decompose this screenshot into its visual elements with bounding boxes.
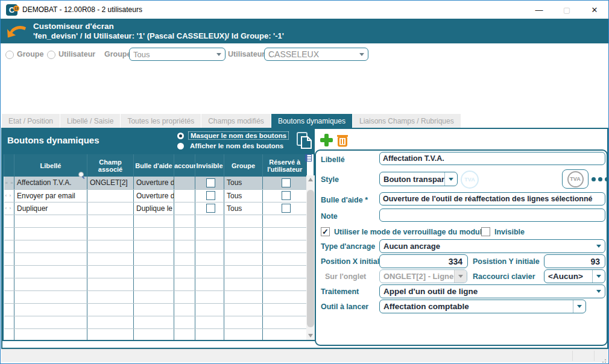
afficher-radio[interactable]	[177, 143, 184, 149]
search-icon[interactable]	[78, 172, 86, 179]
col-libelle[interactable]: Libellé	[14, 154, 87, 177]
copy-icon[interactable]	[296, 131, 313, 151]
cell-champ[interactable]	[87, 189, 134, 202]
table-row-empty[interactable]	[4, 328, 307, 341]
scrollbar-thumb[interactable]	[307, 190, 314, 327]
invisible-checkbox[interactable]	[206, 204, 215, 213]
add-button[interactable]	[320, 134, 333, 146]
cell-invisible[interactable]	[195, 189, 224, 202]
cell-invisible[interactable]	[195, 177, 224, 189]
scroll-down-icon[interactable]	[308, 334, 313, 337]
cell-libelle[interactable]: Dupliquer	[14, 202, 87, 215]
invisible-checkbox[interactable]	[481, 227, 490, 236]
position-x-input[interactable]: 334	[379, 254, 468, 268]
libelle-input[interactable]: Affectation T.V.A.	[379, 152, 605, 165]
table-row-empty[interactable]	[4, 215, 307, 227]
invisible-checkbox[interactable]	[206, 178, 215, 187]
cell-raccourci[interactable]	[174, 202, 195, 215]
style-combo[interactable]: Bouton transpare	[379, 172, 458, 186]
cell-raccourci[interactable]	[174, 189, 195, 202]
back-arrow-icon[interactable]	[7, 23, 27, 40]
position-y-input[interactable]: 93	[544, 254, 605, 268]
resize-grip[interactable]	[605, 359, 606, 360]
masquer-radio[interactable]	[177, 133, 184, 139]
utilisateur-combo[interactable]: CASSELEUX	[264, 48, 368, 61]
col-raccourci[interactable]: accour	[174, 154, 195, 177]
tab-liaisons-champs-rubriques[interactable]: Liaisons Champs / Rubriques	[353, 114, 461, 128]
cell-bulle[interactable]: Ouverture de	[134, 189, 174, 202]
tab-libelle-saisie[interactable]: Libellé / Saisie	[60, 114, 121, 128]
cell-bulle[interactable]: Duplique le d	[134, 202, 174, 215]
tab-boutons-dynamiques[interactable]: Boutons dynamiques	[271, 114, 353, 128]
cell-libelle[interactable]: Affectation T.V.A.	[14, 177, 87, 189]
cell-champ[interactable]	[87, 202, 134, 215]
outil-combo[interactable]: Affectation comptable	[379, 300, 586, 313]
bulle-aide-label: Bulle d'aide *	[321, 196, 368, 204]
afficher-radio-label[interactable]: Afficher le nom des boutons	[190, 142, 283, 149]
cell-groupe[interactable]: Tous	[224, 177, 263, 189]
chevron-down-icon[interactable]	[573, 300, 585, 313]
more-options-button[interactable]	[592, 177, 609, 181]
table-row[interactable]: ‹ › Envoyer par email Ouverture de Tous	[4, 189, 307, 202]
col-champ-associe[interactable]: Champ associé	[87, 154, 134, 177]
chevron-down-icon[interactable]	[593, 285, 605, 298]
cell-raccourci[interactable]	[174, 177, 195, 189]
cell-groupe[interactable]: Tous	[224, 189, 263, 202]
traitement-combo[interactable]: Appel d'un outil de ligne	[379, 284, 605, 298]
chevron-down-icon[interactable]	[444, 172, 457, 186]
utilisateur-radio[interactable]	[47, 51, 55, 59]
cell-reserve[interactable]	[263, 189, 307, 202]
col-invisible[interactable]: Invisible	[195, 154, 224, 177]
table-row-empty[interactable]	[4, 290, 307, 303]
row-handle[interactable]: ‹ ›	[4, 189, 14, 202]
cell-reserve[interactable]	[263, 202, 307, 215]
col-groupe[interactable]: Groupe	[224, 154, 263, 177]
minimize-button[interactable]: —	[525, 1, 553, 19]
tab-toutes-proprietes[interactable]: Toutes les propriétés	[121, 114, 201, 128]
col-reserve[interactable]: Réservé à l'utilisateur	[263, 154, 307, 177]
cell-champ[interactable]: ONGLET[2]	[87, 177, 134, 189]
scroll-up-icon[interactable]	[308, 178, 313, 181]
table-row[interactable]: ‹ › Dupliquer Duplique le d Tous	[4, 202, 307, 215]
bulle-aide-input[interactable]: Ouverture de l'outil de réaffectation de…	[379, 192, 605, 206]
col-bulle-aide[interactable]: Bulle d'aide	[134, 154, 174, 177]
raccourci-combo[interactable]: <Aucun>	[544, 269, 605, 283]
chevron-down-icon[interactable]	[592, 270, 605, 283]
reserve-checkbox[interactable]	[282, 178, 291, 187]
reserve-checkbox[interactable]	[282, 191, 291, 200]
close-button[interactable]: ✕	[581, 1, 608, 19]
cell-reserve[interactable]	[263, 177, 307, 189]
tab-champs-modifies[interactable]: Champs modifiés	[201, 114, 271, 128]
table-row-empty[interactable]	[4, 240, 307, 253]
row-handle[interactable]: « »	[4, 177, 14, 189]
groupe-radio[interactable]	[5, 51, 14, 59]
invisible-checkbox[interactable]	[206, 191, 215, 200]
table-row-empty[interactable]	[4, 253, 307, 265]
chevron-down-icon[interactable]	[593, 240, 605, 253]
ancrage-combo[interactable]: Aucun ancrage	[379, 239, 605, 253]
table-row-empty[interactable]	[4, 265, 307, 278]
note-input[interactable]	[379, 209, 605, 222]
reserve-checkbox[interactable]	[282, 204, 291, 213]
table-row-empty[interactable]	[4, 316, 307, 328]
verrouillage-checkbox[interactable]: ✓	[321, 227, 330, 236]
row-handle[interactable]: ‹ ›	[4, 202, 14, 215]
table-scrollbar[interactable]	[306, 175, 315, 340]
table-row-empty[interactable]	[4, 278, 307, 290]
chevron-down-icon[interactable]	[213, 48, 225, 60]
maximize-button[interactable]: ▢	[553, 1, 581, 19]
cell-bulle[interactable]: Ouverture de	[134, 177, 174, 189]
cell-invisible[interactable]	[195, 202, 224, 215]
delete-button[interactable]	[336, 133, 349, 147]
tva-style-button[interactable]: TVA	[562, 169, 588, 189]
table-row[interactable]: « » Affectation T.V.A. ONGLET[2] Ouvertu…	[4, 177, 307, 189]
cell-libelle[interactable]: Envoyer par email	[14, 189, 87, 202]
table-row-empty[interactable]	[4, 303, 307, 316]
table-settings-icon[interactable]	[305, 154, 312, 162]
chevron-down-icon[interactable]	[356, 48, 368, 60]
masquer-radio-label[interactable]: Masquer le nom des boutons	[188, 131, 289, 140]
tab-etat-position[interactable]: Etat / Position	[2, 114, 60, 128]
cell-groupe[interactable]: Tous	[224, 202, 263, 215]
table-row-empty[interactable]	[4, 227, 307, 240]
groupe-combo[interactable]: Tous	[129, 48, 226, 61]
